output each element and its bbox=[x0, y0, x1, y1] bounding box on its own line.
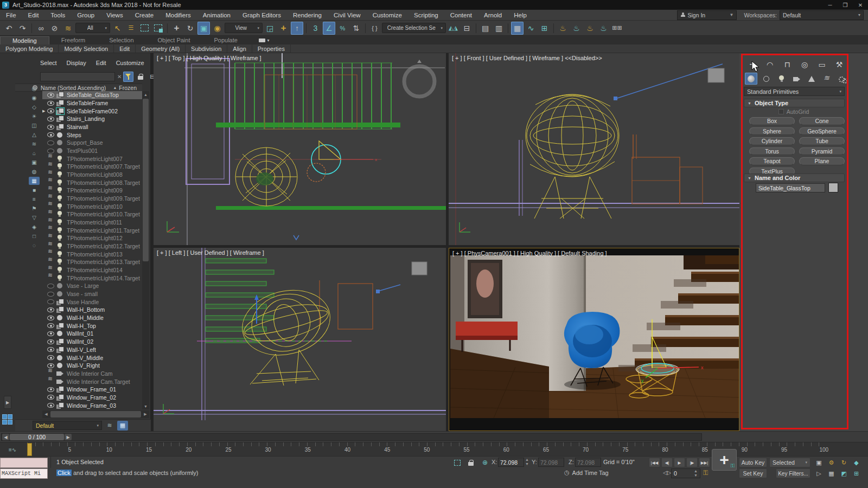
list-item[interactable]: TPhotometricLight007 bbox=[42, 155, 142, 163]
selection-filter-dropdown[interactable]: All ▾ bbox=[75, 23, 110, 33]
search-input[interactable] bbox=[40, 72, 115, 81]
set-key-button[interactable]: Set Key bbox=[739, 468, 767, 478]
selection-region-icon[interactable] bbox=[452, 458, 463, 467]
list-item[interactable]: TPhotometricLight012.Target bbox=[42, 242, 142, 251]
loop-animation-icon[interactable]: ↻ bbox=[839, 458, 849, 467]
geometry-category[interactable] bbox=[745, 73, 757, 85]
object-color-swatch[interactable] bbox=[828, 183, 838, 192]
pan-viewport-icon[interactable]: ▦ bbox=[826, 468, 837, 478]
systems-category[interactable] bbox=[836, 73, 848, 85]
visibility-eye-icon[interactable] bbox=[47, 140, 54, 145]
primitive-button[interactable]: Pyramid bbox=[799, 147, 845, 156]
list-item[interactable]: Wall-H_Bottom bbox=[42, 306, 142, 314]
primitive-button[interactable]: Teapot bbox=[749, 157, 795, 165]
list-item[interactable]: Steps bbox=[42, 131, 142, 139]
reference-coordinate-dropdown[interactable]: View ▾ bbox=[225, 23, 263, 33]
y-coordinate-field[interactable]: 72.098 bbox=[538, 458, 564, 467]
viewport-front-label[interactable]: [ + ] [ Front ] [ User Defined ] [ Wiref… bbox=[452, 55, 602, 61]
rendered-frame-button[interactable]: ♨ bbox=[584, 22, 596, 35]
auto-key-button[interactable]: Auto Key bbox=[739, 458, 767, 467]
sort-type-icon[interactable]: ⚑ bbox=[29, 204, 40, 213]
select-and-place-button[interactable]: ◉ bbox=[211, 22, 224, 35]
render-production-button[interactable]: ♨ bbox=[597, 22, 610, 35]
schematic-view-button[interactable]: ⊞ bbox=[538, 22, 551, 35]
primitives-category-dropdown[interactable]: Standard Primitives▾ bbox=[744, 87, 845, 96]
utilities-tab[interactable]: ⚒ bbox=[833, 59, 846, 70]
visibility-eye-icon[interactable] bbox=[47, 299, 54, 304]
list-item[interactable]: TPhotometricLight007.Target bbox=[42, 163, 142, 171]
lights-category[interactable] bbox=[775, 73, 788, 85]
autogrid-checkbox[interactable]: AutoGrid bbox=[739, 108, 848, 115]
select-and-move-button[interactable]: + bbox=[170, 22, 183, 35]
list-item[interactable]: TPhotometricLight014 bbox=[42, 266, 142, 274]
filter-selection-icon[interactable]: ▽ bbox=[29, 214, 40, 222]
visibility-eye-icon[interactable] bbox=[47, 101, 54, 106]
clear-search-icon[interactable]: ✕ bbox=[117, 74, 122, 80]
rectangular-selection-region-button[interactable] bbox=[138, 22, 151, 35]
visibility-eye-icon[interactable] bbox=[47, 395, 54, 400]
list-item[interactable]: TPhotometricLight010.Target bbox=[42, 210, 142, 219]
display-hidden-icon[interactable]: ■ bbox=[29, 186, 40, 194]
menu-item[interactable]: Civil View bbox=[328, 10, 367, 20]
menu-item[interactable]: Arnold bbox=[478, 10, 508, 20]
list-item[interactable]: Wall-V_Middle bbox=[42, 354, 142, 362]
list-item[interactable]: WallInt_02 bbox=[42, 338, 142, 346]
visibility-eye-icon[interactable] bbox=[47, 307, 54, 312]
hierarchy-tab[interactable]: ⊓ bbox=[781, 59, 794, 70]
ribbon-tab[interactable]: Populate bbox=[202, 36, 249, 44]
menu-item[interactable]: Content bbox=[444, 10, 478, 20]
snap-keys-icon[interactable]: ▷ bbox=[814, 468, 824, 478]
visibility-eye-icon[interactable] bbox=[47, 132, 54, 137]
list-item[interactable]: TPhotometricLight011 bbox=[42, 219, 142, 227]
sign-in-button[interactable]: Sign In▼ bbox=[677, 10, 737, 20]
helpers-category[interactable] bbox=[806, 73, 818, 85]
list-item[interactable]: Wall-V_Right bbox=[42, 362, 142, 370]
list-item[interactable]: Wall-V_Left bbox=[42, 346, 142, 354]
mini-curve-editor-button[interactable]: ≡∿ bbox=[4, 445, 21, 454]
track-bar-thumb[interactable] bbox=[27, 443, 32, 456]
primitive-button[interactable]: Sphere bbox=[749, 127, 795, 136]
maxscript-mini-listener[interactable] bbox=[0, 458, 48, 468]
ribbon-subtab[interactable]: Align bbox=[227, 44, 252, 53]
pick-child-icon[interactable]: ◌ bbox=[29, 241, 40, 249]
display-spacewarps-icon[interactable]: ≋ bbox=[29, 140, 40, 148]
visibility-eye-icon[interactable] bbox=[47, 323, 54, 328]
lock-explorer-button[interactable] bbox=[135, 72, 145, 82]
list-item[interactable]: TPhotometricLight010 bbox=[42, 202, 142, 210]
motion-tab[interactable]: ◎ bbox=[798, 59, 811, 70]
explorer-menu-item[interactable]: Edit bbox=[96, 60, 106, 66]
bind-to-space-warp-button[interactable]: ≋ bbox=[62, 22, 74, 35]
display-shapes-icon[interactable]: ◇ bbox=[29, 103, 40, 111]
ribbon-subtab[interactable]: Edit bbox=[114, 44, 136, 53]
display-cameras-icon[interactable]: ◫ bbox=[29, 121, 40, 130]
display-geometry-icon[interactable]: ◉ bbox=[29, 94, 40, 102]
workspace-dropdown[interactable]: Default▾ bbox=[780, 10, 864, 20]
visibility-eye-icon[interactable] bbox=[47, 292, 54, 297]
named-selection-sets-button[interactable]: { } bbox=[368, 22, 381, 35]
vertical-scrollbar[interactable]: ▲ ▼ bbox=[142, 91, 149, 409]
absolute-offset-icon[interactable]: ⊕ bbox=[480, 458, 490, 467]
shapes-category[interactable] bbox=[760, 73, 773, 85]
maximize-button[interactable]: ❐ bbox=[838, 0, 853, 10]
add-time-tag[interactable]: ◷ Add Time Tag bbox=[564, 469, 609, 476]
ribbon-subtab[interactable]: Subdivision bbox=[186, 44, 227, 53]
ribbon-config-icon[interactable]: ▾ bbox=[257, 37, 271, 43]
menu-item[interactable]: Edit bbox=[22, 10, 45, 20]
layer-explorer-toggle-button[interactable]: ▥ bbox=[493, 22, 505, 35]
maxscript-input[interactable]: MAXScript Mi bbox=[0, 468, 48, 479]
list-item[interactable]: Support_Base bbox=[42, 139, 142, 147]
viewport-top-label[interactable]: [ + ] [ Top ] [ High Quality ] [ Wirefra… bbox=[157, 55, 261, 61]
visibility-eye-icon[interactable] bbox=[47, 125, 54, 130]
explorer-menu-item[interactable]: Customize bbox=[116, 60, 144, 66]
display-lights-icon[interactable]: ☀ bbox=[29, 112, 40, 120]
list-item[interactable]: Stairs_Landing bbox=[42, 115, 142, 123]
filter-button[interactable] bbox=[123, 72, 133, 82]
object-type-rollout[interactable]: ▼Object Type bbox=[744, 99, 845, 107]
list-item[interactable]: TPhotometricLight009 bbox=[42, 187, 142, 195]
display-helpers-icon[interactable]: △ bbox=[29, 131, 40, 139]
ribbon-tab[interactable]: Selection bbox=[97, 36, 145, 44]
explorer-menu-item[interactable]: Display bbox=[67, 60, 86, 66]
menu-item[interactable]: Help bbox=[508, 10, 533, 20]
list-item[interactable]: TPhotometricLight008.Target bbox=[42, 178, 142, 187]
menu-item[interactable]: File bbox=[0, 10, 22, 20]
